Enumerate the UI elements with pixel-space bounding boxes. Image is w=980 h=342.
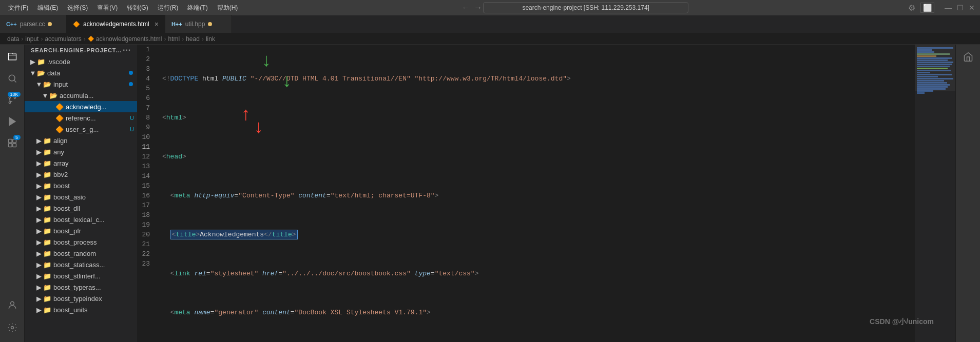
breadcrumb-head[interactable]: head [186,35,200,43]
watermark: CSDN @小/unicom [870,317,934,327]
tree-item-boost-asio[interactable]: ▶ 📁 boost_asio [25,191,137,203]
tree-item-boost-staticass[interactable]: ▶ 📁 boost_staticass... [25,259,137,270]
tree-arrow: ▶ [35,306,43,314]
tree-item-data[interactable]: ▼ 📂 data [25,67,137,78]
folder-icon: 📁 [43,284,51,291]
tree-item-boost-process[interactable]: ▶ 📁 boost_process [25,236,137,248]
breadcrumb-link[interactable]: link [206,35,215,43]
svg-point-11 [11,327,13,329]
code-line-2: <html> [162,113,951,123]
tree-arrow: ▶ [35,182,43,190]
run-debug-icon-button[interactable] [2,111,23,132]
svg-point-0 [9,75,15,81]
tab-parser-label: parser.cc [20,21,45,28]
tree-item-array[interactable]: ▶ 📁 array [25,157,137,169]
tree-item-boost-stlinterf[interactable]: ▶ 📁 boost_stlinterf... [25,270,137,281]
tree-item-boost-pfr[interactable]: ▶ 📁 boost_pfr [25,225,137,236]
menu-file[interactable]: 文件(F) [5,3,31,13]
file-status-u: U [130,115,134,121]
tree-arrow: ▶ [35,148,43,156]
extensions-badge: 5 [13,135,21,140]
tree-arrow: ▶ [35,250,43,257]
tree-label: boost_stlinterf... [53,272,101,280]
extensions-icon-button[interactable]: 5 [2,133,23,153]
tree-arrow: ▶ [35,205,43,212]
layout-icon[interactable]: ⬜ [920,3,934,13]
tree-item-bbv2[interactable]: ▶ 📁 bbv2 [25,169,137,180]
title-search-box[interactable]: search-engine-project [SSH: 111.229.253.… [483,2,688,13]
menu-goto[interactable]: 转到(G) [124,3,151,13]
settings-icon-button[interactable] [2,317,23,338]
menu-terminal[interactable]: 终端(T) [184,3,210,13]
folder-icon: 📁 [43,272,51,280]
code-editor[interactable]: 1 2 3 4 5 6 7 8 9 10 11 12 13 14 15 16 1… [138,45,955,342]
breadcrumb-input[interactable]: input [25,35,39,43]
minimize-button[interactable]: — [945,4,952,12]
tree-item-vscode[interactable]: ▶ 📁 .vscode [25,56,137,67]
tree-item-any[interactable]: ▶ 📁 any [25,146,137,157]
tree-item-boost-dll[interactable]: ▶ 📁 boost_dll [25,203,137,214]
tab-util-label: util.hpp [185,21,205,28]
menu-run[interactable]: 运行(R) [155,3,182,13]
right-sidebar-btn-1[interactable] [958,47,978,67]
menu-edit[interactable]: 编辑(E) [34,3,61,13]
tree-arrow: ▶ [35,284,43,291]
html-file-icon: 🔶 [55,126,64,133]
settings-icon[interactable]: ⚙ [908,3,915,13]
tree-label: accumula... [60,92,93,99]
window-controls[interactable]: ⚙ ⬜ — ☐ ✕ [908,3,975,13]
account-icon-button[interactable] [2,295,23,315]
sidebar-more-button[interactable]: ··· [123,46,131,55]
tree-item-align[interactable]: ▶ 📁 align [25,135,137,146]
folder-icon: 📁 [37,58,45,66]
maximize-button[interactable]: ☐ [957,4,964,12]
tree-item-boost-random[interactable]: ▶ 📁 boost_random [25,248,137,259]
nav-forward-button[interactable]: → [473,3,483,12]
svg-rect-9 [12,144,16,147]
title-bar-left: 文件(F) 编辑(E) 选择(S) 查看(V) 转到(G) 运行(R) 终端(T… [5,3,241,13]
tab-parser[interactable]: C++ parser.cc [0,15,67,33]
tree-item-boost-typeindex[interactable]: ▶ 📁 boost_typeindex [25,293,137,304]
nav-back-button[interactable]: ← [460,3,471,12]
menu-bar[interactable]: 文件(F) 编辑(E) 选择(S) 查看(V) 转到(G) 运行(R) 终端(T… [5,3,241,13]
close-button[interactable]: ✕ [969,4,975,12]
tree-item-boost-typeras[interactable]: ▶ 📁 boost_typeras... [25,281,137,293]
menu-help[interactable]: 帮助(H) [214,3,241,13]
tree-item-accumulators[interactable]: ▼ 📂 accumula... [25,90,137,101]
tab-close-icon[interactable]: × [155,20,159,28]
title-search-text: search-engine-project [SSH: 111.229.253.… [522,4,649,11]
tree-label: boost_asio [53,193,86,201]
tree-item-input[interactable]: ▼ 📂 input [25,78,137,90]
tree-label: boost_staticass... [53,261,105,269]
folder-icon: 📁 [43,238,51,246]
tree-label: boost_pfr [53,227,81,235]
explorer-icon-button[interactable] [2,47,23,67]
source-control-icon-button[interactable]: 10K [2,90,23,110]
tab-acknowledgements[interactable]: 🔶 acknowledgements.html × [67,15,165,33]
breadcrumb-html[interactable]: html [168,35,180,43]
tree-item-user-guide[interactable]: ▶ 🔶 user_s_g... U [25,124,137,135]
tab-html-icon: 🔶 [73,21,80,28]
tab-util[interactable]: H++ util.hpp [165,15,232,33]
menu-view[interactable]: 查看(V) [94,3,121,13]
tree-label: boost_random [53,250,96,257]
breadcrumb-accumulators[interactable]: accumulators [45,35,81,43]
tree-item-boost[interactable]: ▶ 📁 boost [25,180,137,191]
menu-select[interactable]: 选择(S) [64,3,91,13]
title-bar: 文件(F) 编辑(E) 选择(S) 查看(V) 转到(G) 运行(R) 终端(T… [0,0,980,15]
sidebar-title: SEARCH-ENGINE-PROJECT... [31,47,122,53]
tree-item-boost-units[interactable]: ▶ 📁 boost_units [25,304,137,315]
folder-open-icon: 📂 [43,81,51,88]
tree-label: boost_typeras... [53,284,101,291]
tree-item-boost-lexical[interactable]: ▶ 📁 boost_lexical_c... [25,214,137,225]
html-file-icon: 🔶 [55,114,64,122]
breadcrumb-file[interactable]: acknowledgements.html [96,35,162,43]
tree-item-acknowledgements[interactable]: ▶ 🔶 acknowledg... [25,101,137,112]
code-content[interactable]: <!DOCTYPE html PUBLIC "-//W3C//DTD HTML … [158,45,955,342]
tree-arrow: ▶ [35,261,43,269]
editor-area: 1 2 3 4 5 6 7 8 9 10 11 12 13 14 15 16 1… [138,45,955,342]
breadcrumb-data[interactable]: data [7,35,19,43]
tree-item-reference[interactable]: ▶ 🔶 referenc... U [25,112,137,124]
activity-bar: 10K 5 [0,45,25,342]
search-icon-button[interactable] [2,68,23,89]
